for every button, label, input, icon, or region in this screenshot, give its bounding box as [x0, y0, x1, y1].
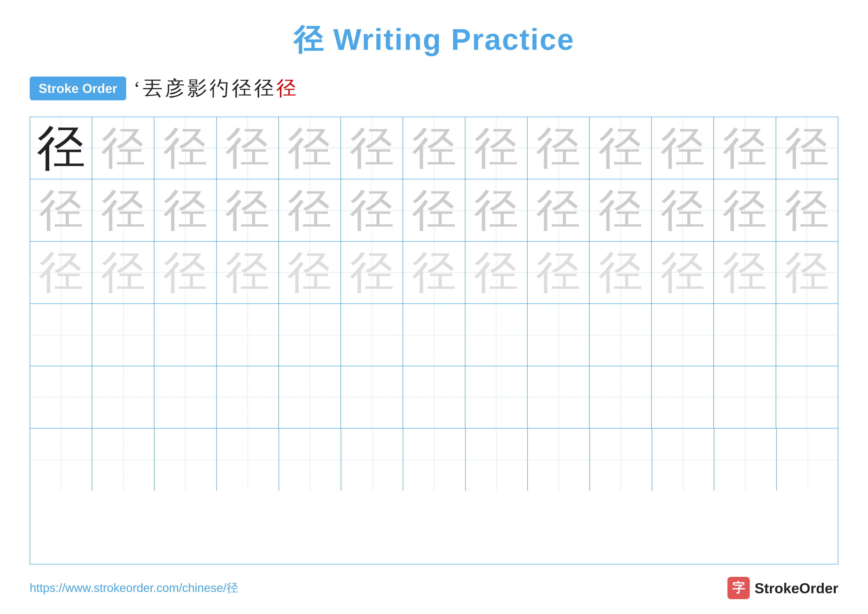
grid-cell-6-11[interactable]: [652, 429, 715, 491]
grid-cell-2-3[interactable]: 径: [154, 179, 217, 241]
grid-cell-4-3[interactable]: [154, 304, 217, 365]
grid-row-2: 径径径径径径径径径径径径径: [30, 179, 838, 241]
grid-cell-2-4[interactable]: 径: [217, 179, 279, 241]
grid-cell-4-4[interactable]: [217, 304, 279, 365]
grid-cell-3-5[interactable]: 径: [279, 242, 341, 303]
grid-cell-1-6[interactable]: 径: [341, 117, 403, 179]
grid-cell-2-1[interactable]: 径: [30, 179, 92, 241]
cell-character: 径: [39, 188, 84, 233]
stroke-order-row: Stroke Order ‘丟彦影彴径径径: [30, 75, 838, 102]
grid-cell-4-9[interactable]: [527, 304, 590, 365]
grid-cell-4-7[interactable]: [403, 304, 465, 365]
grid-cell-1-8[interactable]: 径: [465, 117, 527, 179]
grid-row-4: [30, 304, 838, 366]
grid-cell-5-8[interactable]: [465, 366, 527, 428]
grid-cell-3-3[interactable]: 径: [154, 242, 217, 303]
grid-cell-1-1[interactable]: 径: [30, 117, 92, 179]
grid-cell-4-11[interactable]: [652, 304, 714, 365]
grid-cell-5-5[interactable]: [279, 366, 341, 428]
grid-cell-5-7[interactable]: [403, 366, 465, 428]
grid-cell-4-6[interactable]: [341, 304, 403, 365]
grid-cell-5-4[interactable]: [217, 366, 279, 428]
cell-character: 径: [163, 126, 208, 170]
grid-cell-3-7[interactable]: 径: [403, 242, 465, 303]
grid-cell-2-9[interactable]: 径: [527, 179, 590, 241]
grid-cell-1-10[interactable]: 径: [590, 117, 652, 179]
grid-cell-6-8[interactable]: [466, 429, 528, 491]
cell-character: 径: [412, 250, 456, 295]
cell-character: 径: [163, 188, 208, 233]
grid-cell-5-11[interactable]: [652, 366, 714, 428]
grid-cell-6-3[interactable]: [155, 429, 217, 491]
grid-cell-4-1[interactable]: [30, 304, 92, 365]
stroke-step-2: 丟: [143, 75, 163, 102]
grid-cell-5-2[interactable]: [92, 366, 154, 428]
grid-cell-4-10[interactable]: [590, 304, 652, 365]
grid-cell-1-3[interactable]: 径: [154, 117, 217, 179]
cell-character: 径: [474, 188, 518, 233]
grid-cell-6-13[interactable]: [777, 429, 839, 491]
grid-cell-5-6[interactable]: [341, 366, 403, 428]
grid-cell-2-10[interactable]: 径: [590, 179, 652, 241]
grid-cell-6-9[interactable]: [528, 429, 590, 491]
grid-cell-5-10[interactable]: [590, 366, 652, 428]
cell-character: 径: [660, 188, 705, 233]
grid-cell-1-2[interactable]: 径: [92, 117, 154, 179]
cell-character: 径: [412, 188, 456, 233]
grid-row-3: 径径径径径径径径径径径径径: [30, 242, 838, 304]
grid-cell-1-9[interactable]: 径: [527, 117, 590, 179]
grid-cell-5-1[interactable]: [30, 366, 92, 428]
grid-cell-6-5[interactable]: [279, 429, 341, 491]
grid-cell-3-10[interactable]: 径: [590, 242, 652, 303]
grid-cell-2-8[interactable]: 径: [465, 179, 527, 241]
cell-character: 径: [287, 250, 332, 295]
grid-cell-6-4[interactable]: [217, 429, 279, 491]
grid-cell-4-5[interactable]: [279, 304, 341, 365]
grid-cell-4-12[interactable]: [714, 304, 776, 365]
grid-cell-5-3[interactable]: [154, 366, 217, 428]
grid-cell-2-13[interactable]: 径: [776, 179, 838, 241]
grid-cell-1-13[interactable]: 径: [776, 117, 838, 179]
grid-cell-1-12[interactable]: 径: [714, 117, 776, 179]
grid-cell-2-5[interactable]: 径: [279, 179, 341, 241]
grid-cell-2-11[interactable]: 径: [652, 179, 714, 241]
grid-cell-4-13[interactable]: [776, 304, 838, 365]
grid-cell-3-8[interactable]: 径: [465, 242, 527, 303]
grid-cell-2-12[interactable]: 径: [714, 179, 776, 241]
grid-cell-6-7[interactable]: [403, 429, 465, 491]
grid-cell-6-2[interactable]: [92, 429, 154, 491]
grid-cell-5-9[interactable]: [527, 366, 590, 428]
grid-cell-2-2[interactable]: 径: [92, 179, 154, 241]
cell-character: 径: [784, 250, 829, 295]
grid-cell-2-6[interactable]: 径: [341, 179, 403, 241]
grid-cell-6-10[interactable]: [590, 429, 652, 491]
grid-cell-1-11[interactable]: 径: [652, 117, 714, 179]
cell-character: 径: [287, 126, 332, 170]
grid-cell-3-1[interactable]: 径: [30, 242, 92, 303]
grid-cell-4-2[interactable]: [92, 304, 154, 365]
grid-cell-3-2[interactable]: 径: [92, 242, 154, 303]
grid-cell-4-8[interactable]: [465, 304, 527, 365]
stroke-step-4: 影: [187, 75, 207, 102]
grid-cell-1-7[interactable]: 径: [403, 117, 465, 179]
grid-cell-3-12[interactable]: 径: [714, 242, 776, 303]
grid-cell-6-12[interactable]: [715, 429, 777, 491]
grid-cell-3-6[interactable]: 径: [341, 242, 403, 303]
grid-cell-6-6[interactable]: [341, 429, 403, 491]
grid-cell-3-11[interactable]: 径: [652, 242, 714, 303]
grid-cell-1-4[interactable]: 径: [217, 117, 279, 179]
grid-cell-3-9[interactable]: 径: [527, 242, 590, 303]
grid-cell-5-12[interactable]: [714, 366, 776, 428]
stroke-step-6: 径: [232, 75, 252, 102]
logo-name: StrokeOrder: [755, 580, 838, 597]
grid-cell-5-13[interactable]: [776, 366, 838, 428]
footer-logo: 字 StrokeOrder: [727, 577, 838, 599]
grid-cell-3-13[interactable]: 径: [776, 242, 838, 303]
grid-cell-1-5[interactable]: 径: [279, 117, 341, 179]
cell-character: 径: [225, 188, 270, 233]
grid-cell-2-7[interactable]: 径: [403, 179, 465, 241]
grid-cell-3-4[interactable]: 径: [217, 242, 279, 303]
grid-row-5: [30, 366, 838, 429]
grid-cell-6-1[interactable]: [30, 429, 92, 491]
cell-character: 径: [784, 188, 829, 233]
